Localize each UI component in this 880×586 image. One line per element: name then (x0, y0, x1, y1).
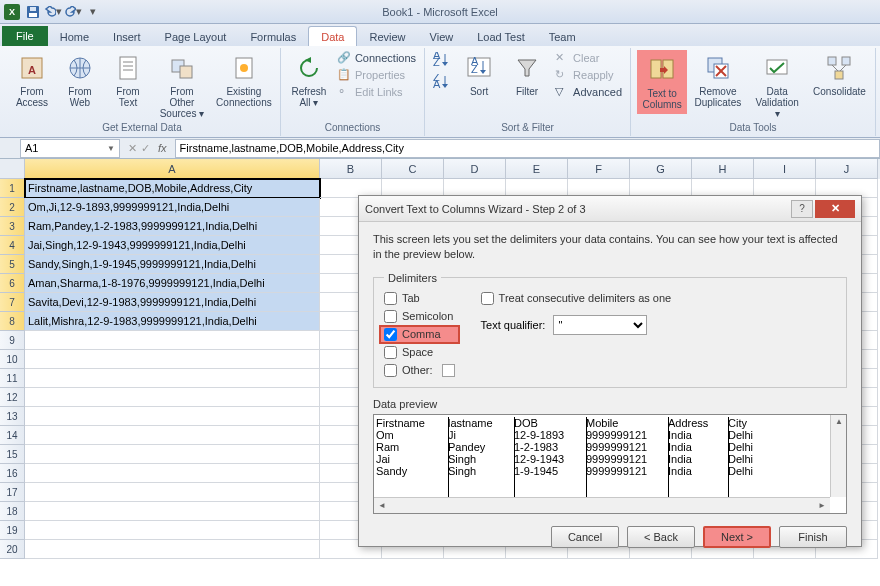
row-header[interactable]: 16 (0, 464, 25, 483)
cell[interactable] (25, 350, 320, 369)
cell[interactable] (25, 483, 320, 502)
cell[interactable]: Sandy,Singh,1-9-1945,9999999121,India,De… (25, 255, 320, 274)
connections-link[interactable]: 🔗Connections (335, 50, 418, 66)
col-header-G[interactable]: G (630, 159, 692, 179)
qat-dropdown-icon[interactable]: ▾ (84, 3, 102, 21)
cancel-formula-icon[interactable]: ✕ (128, 142, 137, 155)
reapply-button[interactable]: ↻Reapply (553, 67, 624, 83)
select-all-corner[interactable] (0, 159, 25, 179)
remove-duplicates-button[interactable]: Remove Duplicates (691, 50, 744, 110)
row-header[interactable]: 14 (0, 426, 25, 445)
refresh-all-button[interactable]: Refresh All ▾ (287, 50, 331, 110)
preview-scroll-h[interactable]: ◄► (374, 497, 830, 513)
col-header-F[interactable]: F (568, 159, 630, 179)
dialog-title-bar[interactable]: Convert Text to Columns Wizard - Step 2 … (359, 196, 861, 222)
col-header-D[interactable]: D (444, 159, 506, 179)
cell[interactable] (25, 388, 320, 407)
redo-icon[interactable]: ▾ (64, 3, 82, 21)
cell[interactable] (25, 464, 320, 483)
row-header[interactable]: 9 (0, 331, 25, 350)
advanced-button[interactable]: ▽Advanced (553, 84, 624, 100)
tab-formulas[interactable]: Formulas (238, 27, 308, 46)
row-header[interactable]: 7 (0, 293, 25, 312)
cancel-button[interactable]: Cancel (551, 526, 619, 548)
cell[interactable]: Lalit,Mishra,12-9-1983,9999999121,India,… (25, 312, 320, 331)
fx-icon[interactable]: fx (158, 142, 167, 154)
cell[interactable] (25, 407, 320, 426)
col-header-A[interactable]: A (25, 159, 320, 179)
sort-asc-button[interactable]: AZ (431, 50, 453, 70)
close-button[interactable]: ✕ (815, 200, 855, 218)
cell[interactable]: Om,Ji,12-9-1893,9999999121,India,Delhi (25, 198, 320, 217)
clear-button[interactable]: ✕Clear (553, 50, 624, 66)
row-header[interactable]: 18 (0, 502, 25, 521)
cell[interactable]: Aman,Sharma,1-8-1976,9999999121,India,De… (25, 274, 320, 293)
col-header-H[interactable]: H (692, 159, 754, 179)
text-qualifier-select[interactable]: " (553, 315, 647, 335)
back-button[interactable]: < Back (627, 526, 695, 548)
sort-button[interactable]: AZSort (457, 50, 501, 99)
save-icon[interactable] (24, 3, 42, 21)
row-header[interactable]: 1 (0, 179, 25, 198)
row-header[interactable]: 13 (0, 407, 25, 426)
row-header[interactable]: 5 (0, 255, 25, 274)
tab-pagelayout[interactable]: Page Layout (153, 27, 239, 46)
edit-links-link[interactable]: ⚬Edit Links (335, 84, 418, 100)
row-header[interactable]: 15 (0, 445, 25, 464)
properties-link[interactable]: 📋Properties (335, 67, 418, 83)
cell[interactable]: Jai,Singh,12-9-1943,9999999121,India,Del… (25, 236, 320, 255)
next-button[interactable]: Next > (703, 526, 771, 548)
row-header[interactable]: 20 (0, 540, 25, 559)
tab-data[interactable]: Data (308, 26, 357, 46)
comma-checkbox[interactable]: Comma (379, 325, 460, 344)
row-header[interactable]: 10 (0, 350, 25, 369)
text-to-columns-button[interactable]: Text to Columns (637, 50, 687, 114)
finish-button[interactable]: Finish (779, 526, 847, 548)
tab-review[interactable]: Review (357, 27, 417, 46)
preview-scroll-v[interactable]: ▲ (830, 415, 846, 497)
from-text-button[interactable]: From Text (106, 50, 150, 110)
consolidate-button[interactable]: Consolidate (810, 50, 869, 99)
col-header-C[interactable]: C (382, 159, 444, 179)
row-header[interactable]: 3 (0, 217, 25, 236)
cell[interactable]: Savita,Devi,12-9-1983,9999999121,India,D… (25, 293, 320, 312)
row-header[interactable]: 17 (0, 483, 25, 502)
tab-home[interactable]: Home (48, 27, 101, 46)
enter-formula-icon[interactable]: ✓ (141, 142, 150, 155)
row-header[interactable]: 4 (0, 236, 25, 255)
row-header[interactable]: 8 (0, 312, 25, 331)
col-header-J[interactable]: J (816, 159, 878, 179)
row-header[interactable]: 19 (0, 521, 25, 540)
treat-consecutive-checkbox[interactable]: Treat consecutive delimiters as one (481, 292, 672, 305)
cell[interactable] (25, 521, 320, 540)
row-header[interactable]: 6 (0, 274, 25, 293)
other-delim-input[interactable] (442, 364, 455, 377)
cell[interactable]: Firstname,lastname,DOB,Mobile,Address,Ci… (25, 179, 320, 198)
tab-view[interactable]: View (418, 27, 466, 46)
sort-desc-button[interactable]: ZA (431, 72, 453, 92)
cell[interactable] (25, 502, 320, 521)
semicolon-checkbox[interactable]: Semicolon (384, 310, 455, 323)
col-header-E[interactable]: E (506, 159, 568, 179)
cell[interactable] (25, 540, 320, 559)
data-validation-button[interactable]: Data Validation ▾ (748, 50, 805, 121)
cell[interactable]: Ram,Pandey,1-2-1983,9999999121,India,Del… (25, 217, 320, 236)
col-header-I[interactable]: I (754, 159, 816, 179)
from-access-button[interactable]: AFrom Access (10, 50, 54, 110)
formula-bar[interactable]: Firstname,lastname,DOB,Mobile,Address,Ci… (175, 139, 880, 158)
row-header[interactable]: 12 (0, 388, 25, 407)
other-checkbox[interactable]: Other: (384, 364, 455, 377)
cell[interactable] (25, 369, 320, 388)
tab-team[interactable]: Team (537, 27, 588, 46)
from-web-button[interactable]: From Web (58, 50, 102, 110)
help-button[interactable]: ? (791, 200, 813, 218)
space-checkbox[interactable]: Space (384, 346, 455, 359)
from-other-button[interactable]: From Other Sources ▾ (154, 50, 210, 121)
row-header[interactable]: 2 (0, 198, 25, 217)
name-box[interactable]: A1▼ (20, 139, 120, 158)
row-header[interactable]: 11 (0, 369, 25, 388)
existing-conn-button[interactable]: Existing Connections (214, 50, 274, 110)
cell[interactable] (25, 426, 320, 445)
tab-checkbox[interactable]: Tab (384, 292, 455, 305)
col-header-B[interactable]: B (320, 159, 382, 179)
